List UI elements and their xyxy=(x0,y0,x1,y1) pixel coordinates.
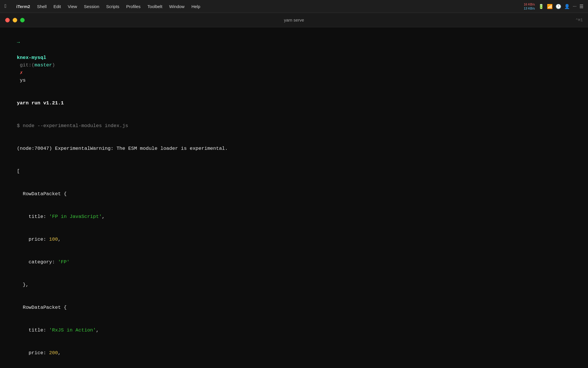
menu-profiles[interactable]: Profiles xyxy=(123,3,144,10)
row-1-category: category: 'FP' xyxy=(5,251,583,274)
row-2-class: RowDataPacket { xyxy=(5,296,583,319)
menu-window[interactable]: Window xyxy=(166,3,188,10)
network-upload: 16 KB/s xyxy=(524,2,535,6)
prompt-line: → knex-mysql git:(master) ✗ ys xyxy=(5,31,583,92)
row-2-price: price: 200, xyxy=(5,342,583,365)
menubar:  iTerm2 Shell Edit View Session Scripts… xyxy=(0,0,588,13)
status-icons: 🔋 📶 🕐 👤 ··· ☰ xyxy=(538,4,583,9)
directory-name: knex-mysql xyxy=(17,55,46,60)
prompt-arrow: → xyxy=(17,40,20,45)
titlebar: yarn serve ⌃⌘1 xyxy=(0,13,588,27)
menu-scripts[interactable]: Scripts xyxy=(103,3,123,10)
row-1-close: }, xyxy=(5,274,583,296)
maximize-button[interactable] xyxy=(20,18,25,22)
node-command-line: $ node --experimental-modules index.js xyxy=(5,115,583,137)
warning-line: (node:70047) ExperimentalWarning: The ES… xyxy=(5,137,583,160)
row-2-category: category: 'FRP' xyxy=(5,365,583,368)
titlebar-shortcut: ⌃⌘1 xyxy=(576,18,583,22)
shortcut-label: ⌃⌘1 xyxy=(576,18,583,22)
row-2-title: title: 'RxJS in Action', xyxy=(5,319,583,342)
network-download: 13 KB/s xyxy=(524,6,535,10)
array-open: [ xyxy=(5,160,583,183)
clock-icon: 🕐 xyxy=(556,4,561,9)
window-title: yarn serve xyxy=(284,18,304,22)
row-1-price: price: 100, xyxy=(5,228,583,251)
list-icon: ☰ xyxy=(579,4,583,9)
menu-shell[interactable]: Shell xyxy=(34,3,50,10)
terminal-content[interactable]: → knex-mysql git:(master) ✗ ys yarn run … xyxy=(0,27,588,368)
apple-menu[interactable]:  xyxy=(5,3,8,9)
row-1-title: title: 'FP in JavaScript', xyxy=(5,206,583,228)
git-branch: master xyxy=(34,62,52,68)
window-controls xyxy=(5,18,25,22)
menu-view[interactable]: View xyxy=(64,3,80,10)
menu-help[interactable]: Help xyxy=(188,3,204,10)
menu-edit[interactable]: Edit xyxy=(50,3,64,10)
battery-icon: 🔋 xyxy=(538,4,544,9)
more-icon: ··· xyxy=(573,4,577,9)
menubar-right: 16 KB/s 13 KB/s 🔋 📶 🕐 👤 ··· ☰ xyxy=(524,2,583,11)
menu-iterm2[interactable]: iTerm2 xyxy=(13,3,34,10)
user-icon: 👤 xyxy=(564,4,570,9)
menu-toolbelt[interactable]: Toolbelt xyxy=(144,3,166,10)
minimize-button[interactable] xyxy=(13,18,17,22)
menu-session[interactable]: Session xyxy=(80,3,102,10)
yarn-run-line: yarn run v1.21.1 xyxy=(5,92,583,115)
row-1-class: RowDataPacket { xyxy=(5,183,583,206)
network-stats: 16 KB/s 13 KB/s xyxy=(524,2,535,11)
git-dirty-marker: ✗ xyxy=(17,70,23,76)
wifi-icon: 📶 xyxy=(547,4,553,9)
close-button[interactable] xyxy=(5,18,10,22)
